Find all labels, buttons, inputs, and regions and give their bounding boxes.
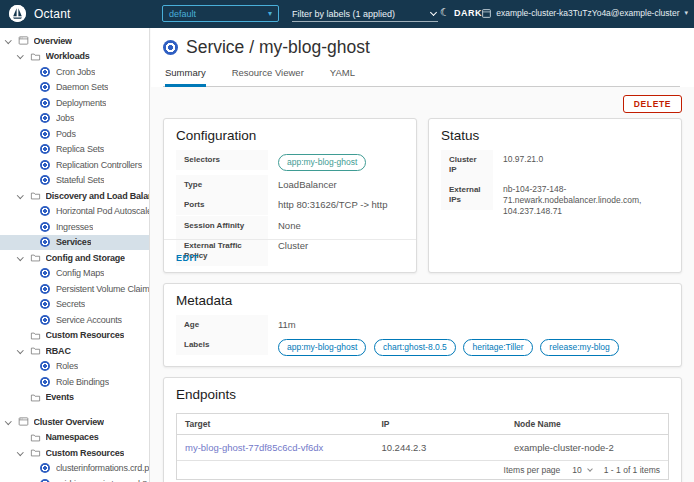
- label-filter-input[interactable]: Filter by labels (1 applied): [292, 6, 438, 22]
- status-row-external-ips: External IPs nb-104-237-148-71.newark.no…: [441, 180, 669, 221]
- chevron-down-icon[interactable]: [17, 192, 23, 198]
- octant-logo-icon: [9, 5, 26, 22]
- sidebar-item-roles[interactable]: Roles: [0, 359, 149, 375]
- sidebar-item-label: Cluster Overview: [34, 417, 104, 427]
- sidebar-item-role-bindings[interactable]: Role Bindings: [0, 374, 149, 390]
- chevron-down-icon[interactable]: [17, 254, 23, 260]
- sidebar-item-label: Pods: [56, 129, 76, 139]
- chevron-down-icon[interactable]: [5, 418, 11, 424]
- sidebar-item-config-maps[interactable]: Config Maps: [0, 266, 149, 282]
- sidebar-item-horizontal-pod-autoscalers[interactable]: Horizontal Pod Autoscalers: [0, 204, 149, 220]
- overview-icon: [18, 35, 29, 46]
- sidebar-item-label: Services: [56, 237, 91, 247]
- chevron-down-icon[interactable]: [17, 52, 23, 58]
- sidebar-item-overview[interactable]: Overview: [0, 33, 149, 49]
- folder-icon: [30, 447, 41, 458]
- pagination-bar: Items per page 10 1 - 1 of 1 items: [177, 460, 668, 479]
- folder-icon: [30, 252, 41, 263]
- items-per-page-select[interactable]: 10: [572, 465, 591, 475]
- sidebar-item-cron-jobs[interactable]: Cron Jobs: [0, 64, 149, 80]
- sidebar-item-discovery-and-load-balancing[interactable]: Discovery and Load Balancing: [0, 188, 149, 204]
- metadata-table: Age 11m Labels app:my-blog-ghost chart:g…: [176, 315, 669, 360]
- sidebar-item-label: Namespaces: [46, 432, 99, 442]
- chevron-down-icon[interactable]: [17, 449, 23, 455]
- edit-button[interactable]: EDIT: [176, 253, 199, 263]
- sidebar-item-label: Discovery and Load Balancing: [46, 191, 150, 201]
- sidebar-item-jobs[interactable]: Jobs: [0, 111, 149, 127]
- cards-area: Configuration Selectors app:my-blog-ghos…: [151, 118, 694, 482]
- sidebar-item-secrets[interactable]: Secrets: [0, 297, 149, 313]
- resource-icon: [40, 299, 50, 309]
- sidebar-item-csidrivers-csi-storage-k8s-io[interactable]: csidrivers.csi.storage.k8s.io: [0, 476, 149, 482]
- sidebar-item-services[interactable]: Services: [0, 235, 149, 251]
- resource-icon: [40, 98, 50, 108]
- cluster-icon: [482, 9, 491, 18]
- sidebar-item-custom-resources[interactable]: Custom Resources: [0, 445, 149, 461]
- endpoints-header-row: Target IP Node Name: [177, 414, 668, 435]
- sidebar-item-label: Events: [46, 392, 74, 402]
- sidebar-item-label: Persistent Volume Claims: [56, 284, 149, 294]
- sidebar-item-pods[interactable]: Pods: [0, 126, 149, 142]
- sidebar-item-persistent-volume-claims[interactable]: Persistent Volume Claims: [0, 281, 149, 297]
- metadata-row-age: Age 11m: [176, 315, 669, 335]
- sidebar-item-workloads[interactable]: Workloads: [0, 49, 149, 65]
- config-row-session-affinity: Session Affinity None: [176, 216, 404, 236]
- actions-row: DELETE: [151, 87, 694, 118]
- configuration-footer: EDIT: [164, 239, 416, 272]
- chevron-down-icon: [587, 466, 593, 472]
- label-tag: app:my-blog-ghost: [278, 339, 366, 356]
- sidebar-item-stateful-sets[interactable]: Stateful Sets: [0, 173, 149, 189]
- caret-down-icon: ▾: [684, 9, 688, 17]
- sidebar-item-namespaces[interactable]: Namespaces: [0, 430, 149, 446]
- chevron-down-icon[interactable]: [17, 347, 23, 353]
- namespace-select[interactable]: default ▾: [162, 5, 279, 22]
- tab-yaml[interactable]: YAML: [330, 67, 355, 86]
- sidebar-item-daemon-sets[interactable]: Daemon Sets: [0, 80, 149, 96]
- sidebar-item-label: Secrets: [56, 299, 85, 309]
- resource-icon: [40, 463, 50, 473]
- sidebar-item-label: Ingresses: [56, 222, 93, 232]
- theme-label: DARK: [454, 8, 482, 18]
- sidebar-item-replica-sets[interactable]: Replica Sets: [0, 142, 149, 158]
- selector-tag: app:my-blog-ghost: [278, 154, 366, 171]
- moon-icon: ☾: [440, 7, 450, 18]
- sidebar-item-events[interactable]: Events: [0, 390, 149, 406]
- col-node-name: Node Name: [506, 414, 668, 435]
- sidebar-item-replication-controllers[interactable]: Replication Controllers: [0, 157, 149, 173]
- namespace-value: default: [169, 9, 196, 19]
- sidebar-item-clusterinformations-crd-projec[interactable]: clusterinformations.crd.projec: [0, 461, 149, 477]
- cluster-context-menu[interactable]: example-cluster-ka3TuTzYo4a@example-clus…: [482, 8, 688, 18]
- folder-icon: [30, 51, 41, 62]
- sidebar-item-custom-resources[interactable]: Custom Resources: [0, 328, 149, 344]
- sidebar-item-label: Stateful Sets: [56, 175, 104, 185]
- octant-logo[interactable]: Octant: [9, 5, 71, 22]
- sidebar-item-ingresses[interactable]: Ingresses: [0, 219, 149, 235]
- endpoint-ip: 10.244.2.3: [373, 435, 506, 461]
- folder-icon: [30, 392, 41, 403]
- sidebar-item-service-accounts[interactable]: Service Accounts: [0, 312, 149, 328]
- theme-toggle[interactable]: ☾ DARK: [440, 7, 482, 18]
- metadata-card: Metadata Age 11m Labels app:my-blog-ghos…: [163, 283, 682, 367]
- sidebar-item-label: Replica Sets: [56, 144, 104, 154]
- sidebar-item-deployments[interactable]: Deployments: [0, 95, 149, 111]
- sidebar-item-label: Replication Controllers: [56, 160, 142, 170]
- resource-icon: [40, 144, 50, 154]
- sidebar-item-cluster-overview[interactable]: Cluster Overview: [0, 414, 149, 430]
- endpoint-target-link[interactable]: my-blog-ghost-77df85c6cd-vf6dx: [185, 442, 323, 453]
- top-card-row: Configuration Selectors app:my-blog-ghos…: [163, 118, 682, 273]
- sidebar-item-config-and-storage[interactable]: Config and Storage: [0, 250, 149, 266]
- sidebar-item-label: Cron Jobs: [56, 67, 95, 77]
- pagination-range: 1 - 1 of 1 items: [604, 465, 660, 475]
- chevron-down-icon[interactable]: [5, 37, 11, 43]
- items-per-page-label: Items per page: [504, 465, 561, 475]
- resource-icon: [40, 206, 50, 216]
- sidebar-item-rbac[interactable]: RBAC: [0, 343, 149, 359]
- resource-icon: [40, 377, 50, 387]
- resource-icon: [40, 160, 50, 170]
- tab-resource-viewer[interactable]: Resource Viewer: [232, 67, 304, 86]
- col-target: Target: [177, 414, 373, 435]
- tab-summary[interactable]: Summary: [165, 67, 206, 87]
- endpoints-card: Endpoints Target IP Node Name my-blog-gh…: [163, 377, 682, 482]
- delete-button[interactable]: DELETE: [623, 95, 682, 113]
- folder-icon: [30, 432, 41, 443]
